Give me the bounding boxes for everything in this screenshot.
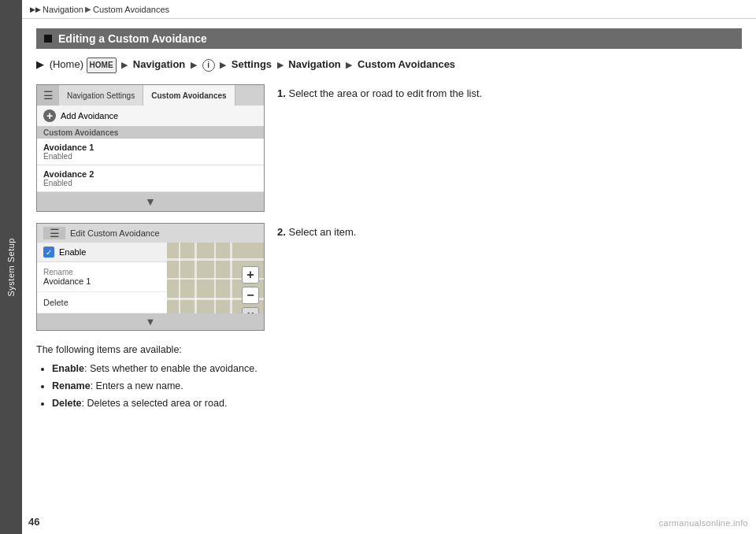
section-heading: Editing a Custom Avoidance [36, 28, 742, 49]
map-zoom-out[interactable]: − [242, 287, 259, 304]
bullet-rename: Rename: Enters a new name. [52, 378, 742, 394]
bullet-delete-desc: Deletes a selected area or road. [87, 398, 227, 409]
check-icon: ✓ [43, 247, 54, 258]
map-controls: + − ✕ [242, 266, 259, 313]
bullet-rename-key: Rename [52, 380, 91, 391]
page-content: Editing a Custom Avoidance ▶ (Home) HOME… [22, 19, 756, 534]
list-item-2[interactable]: Avoidance 2 Enabled [37, 165, 264, 192]
breadcrumb-chevron1: ▶▶ [30, 6, 41, 13]
step1-description: 1. Select the area or road to edit from … [277, 84, 482, 212]
screen2-enable-row[interactable]: ✓ Enable [37, 243, 167, 262]
home-box: HOME [87, 57, 117, 73]
screen2-left: ✓ Enable Rename Avoidance 1 Delete [37, 243, 167, 313]
screen2-menu-icon: ☰ [43, 227, 65, 239]
section-title: Editing a Custom Avoidance [58, 32, 207, 45]
screen1-tab2[interactable]: Custom Avoidances [143, 85, 235, 106]
screen1-bottom-arrow: ▼ [37, 192, 264, 211]
screen2-mockup: ☰ Edit Custom Avoidance ✓ Enable [36, 223, 265, 331]
screen1-mockup: ☰ Navigation Settings Custom Avoidances … [36, 84, 265, 212]
home-text: (Home) [50, 58, 83, 70]
delete-label: Delete [43, 298, 69, 307]
path-arrow3: ▶ [220, 60, 226, 69]
rename-label: Rename [43, 268, 161, 276]
bullet-enable: Enable: Sets whether to enable the avoid… [52, 361, 742, 376]
screen2-wrap: ☰ Edit Custom Avoidance ✓ Enable [36, 223, 265, 331]
screen1-add-row[interactable]: + Add Avoidance [37, 106, 264, 127]
path-arrow5: ▶ [346, 60, 352, 69]
path-arrow2: ▶ [191, 60, 197, 69]
breadcrumb-bar: ▶▶ Navigation ▶ Custom Avoidances [22, 0, 756, 19]
path-settings: Settings [232, 58, 272, 70]
screen2-title: Edit Custom Avoidance [70, 228, 160, 238]
rename-val: Avoidance 1 [43, 276, 161, 286]
item1-sub: Enabled [43, 152, 258, 161]
sidebar-label: System Setup [6, 238, 16, 296]
screen2-content: ✓ Enable Rename Avoidance 1 Delete [37, 243, 264, 313]
bottom-section: The following items are available: Enabl… [36, 342, 742, 411]
path-navigation2: Navigation [288, 58, 340, 70]
bullet-delete-key: Delete [52, 398, 82, 409]
section-icon [44, 35, 52, 43]
path-arrow4: ▶ [277, 60, 284, 69]
step1-row: ☰ Navigation Settings Custom Avoidances … [36, 84, 742, 212]
cursor-icon: ▶ [36, 58, 44, 70]
bullet-enable-key: Enable [52, 363, 84, 374]
enable-label: Enable [59, 247, 86, 257]
map-road-v1 [179, 243, 180, 313]
step1-num: 1. [277, 87, 286, 99]
path-custom-avoidances: Custom Avoidances [358, 58, 455, 70]
bullet-rename-desc: Enters a new name. [96, 380, 183, 391]
breadcrumb-nav: Navigation [43, 5, 83, 14]
path-arrow1: ▶ [121, 60, 128, 69]
bullet-delete: Delete: Deletes a selected area or road. [52, 395, 742, 411]
add-icon: + [43, 109, 56, 122]
bullet-enable-desc: Sets whether to enable the avoidance. [90, 363, 258, 374]
path-navigation1: Navigation [133, 58, 185, 70]
breadcrumb-sep1: ▶ [85, 5, 91, 13]
map-area: + − ✕ [167, 243, 264, 313]
map-road-v4 [230, 243, 232, 313]
map-road-v2 [195, 243, 197, 313]
step2-num: 2. [277, 226, 286, 238]
map-close-btn[interactable]: ✕ [242, 307, 259, 313]
item2-title: Avoidance 2 [43, 169, 258, 179]
screen1-tab1[interactable]: Navigation Settings [59, 85, 143, 106]
screen2-delete-option[interactable]: Delete [37, 292, 167, 313]
watermark: carmanualsonline.info [659, 518, 748, 528]
path-info-icon: i [202, 59, 215, 72]
list-item-1[interactable]: Avoidance 1 Enabled [37, 139, 264, 165]
bottom-intro: The following items are available: [36, 342, 742, 358]
screen2-bottom-arrow: ▼ [37, 313, 264, 330]
screen2-rename-option[interactable]: Rename Avoidance 1 [37, 262, 167, 292]
add-label: Add Avoidance [61, 111, 118, 121]
screen1-tabs: Navigation Settings Custom Avoidances [59, 85, 264, 106]
screen1-menu-icon: ☰ [37, 85, 59, 106]
step2-description: 2. Select an item. [277, 223, 356, 331]
bullet-list: Enable: Sets whether to enable the avoid… [36, 361, 742, 411]
map-road-v3 [214, 243, 216, 313]
screen1-tabs-bar: ☰ Navigation Settings Custom Avoidances [37, 85, 264, 106]
breadcrumb-custom: Custom Avoidances [93, 5, 169, 14]
item2-sub: Enabled [43, 179, 258, 187]
main-content: ▶▶ Navigation ▶ Custom Avoidances Editin… [22, 0, 756, 534]
sidebar: System Setup [0, 0, 22, 534]
item1-title: Avoidance 1 [43, 143, 258, 152]
page-number: 46 [28, 516, 39, 528]
step2-row: ☰ Edit Custom Avoidance ✓ Enable [36, 223, 742, 331]
screen1-wrap: ☰ Navigation Settings Custom Avoidances … [36, 84, 265, 212]
screen1-section-label: Custom Avoidances [37, 127, 264, 139]
step1-text: Select the area or road to edit from the… [288, 87, 482, 99]
step2-text: Select an item. [288, 226, 356, 238]
map-zoom-in[interactable]: + [242, 266, 259, 284]
screen2-top-bar: ☰ Edit Custom Avoidance [37, 224, 264, 243]
path-line: ▶ (Home) HOME ▶ Navigation ▶ i ▶ Setting… [36, 57, 742, 73]
